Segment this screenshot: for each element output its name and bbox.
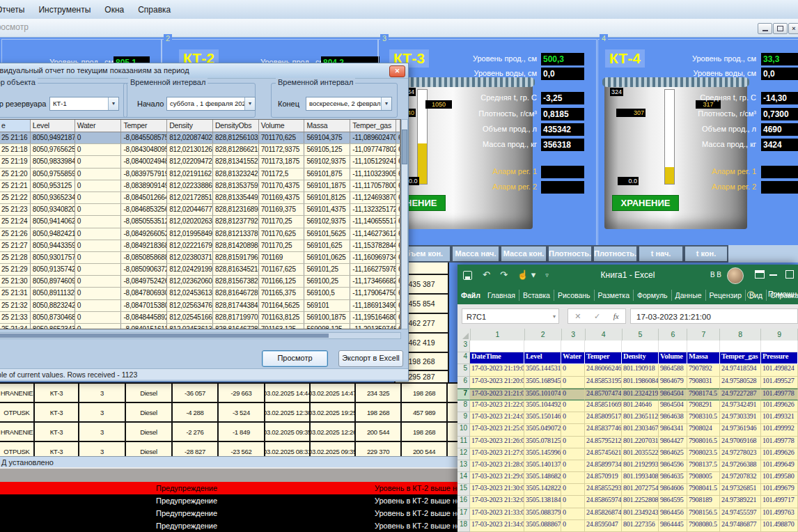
- spreadsheet-cell[interactable]: 801.2349243: [622, 508, 659, 520]
- spreadsheet-cell[interactable]: 24.85809517: [585, 412, 622, 424]
- report-table-row[interactable]: 25 21:328050,882324218...0-8,08470153808…: [0, 300, 400, 312]
- spreadsheet-cell[interactable]: 3505.049072: [524, 424, 561, 436]
- report-data-table[interactable]: eLevelWaterTemperDensityDensityObsVolume…: [0, 119, 401, 329]
- spreadsheet-cell[interactable]: 0: [561, 484, 585, 496]
- spreadsheet-cell[interactable]: 24.97361946: [720, 424, 761, 436]
- report-table-row[interactable]: 25 21:308050,89746093750-8,08497524261..…: [0, 276, 400, 288]
- alarm-row[interactable]: ПредупреждениеУровень в КТ-2 выше нор: [0, 507, 461, 519]
- spreadsheet-cell[interactable]: 101.499321: [761, 412, 798, 424]
- spreadsheet-cell[interactable]: 3505.168945: [524, 377, 561, 389]
- report-table-row[interactable]: 25 21:188050,97656250-8,08430480957...81…: [0, 144, 400, 156]
- spreadsheet-cell[interactable]: 801.24646: [622, 400, 659, 412]
- tab-разметка[interactable]: Разметка: [595, 290, 634, 301]
- spreadsheet-cell[interactable]: 17-03-2023 21:25:00: [470, 424, 524, 436]
- menu-item-справка[interactable]: Справка: [131, 1, 178, 19]
- report-table-row[interactable]: 25 21:268050,94824218750-8,08492660522..…: [0, 228, 400, 240]
- spreadsheet-cell[interactable]: 9864595: [659, 496, 687, 508]
- spreadsheet-cell[interactable]: 0: [561, 472, 585, 484]
- scrollbar-thumb[interactable]: [402, 130, 407, 164]
- tab-рецензир[interactable]: Рецензир: [706, 290, 746, 301]
- spreadsheet-cell[interactable]: 801.1986084: [622, 377, 659, 389]
- spreadsheet-cell[interactable]: [761, 341, 798, 352]
- row-number[interactable]: 4: [457, 352, 470, 364]
- formula-input[interactable]: 17-03-2023 21:21:00: [630, 308, 798, 324]
- tab-формуль[interactable]: Формуль: [634, 290, 672, 301]
- spreadsheet-cell[interactable]: 7908137.5: [687, 460, 720, 472]
- spreadsheet-cell[interactable]: 7908189: [687, 496, 720, 508]
- spreadsheet-cell[interactable]: 24.97303391: [720, 412, 761, 424]
- spreadsheet-cell[interactable]: 0: [561, 412, 585, 424]
- spreadsheet-cell[interactable]: 101.499824: [761, 364, 798, 376]
- column-header-5[interactable]: 5: [623, 329, 659, 341]
- spreadsheet-row[interactable]: 817-03-2023 21:22:003505.104492024.85851…: [457, 400, 798, 412]
- spreadsheet-cell[interactable]: 0: [561, 437, 585, 448]
- menu-item-инструменты[interactable]: Инструменты: [31, 1, 97, 19]
- spreadsheet-cell[interactable]: 801.2252808: [622, 496, 659, 508]
- report-column-header[interactable]: e: [0, 120, 31, 132]
- spreadsheet-cell[interactable]: 801.2035522: [622, 448, 659, 460]
- spreadsheet-cell[interactable]: 9864504: [659, 400, 687, 412]
- check-icon[interactable]: ✓: [594, 312, 600, 321]
- row-number[interactable]: 13: [457, 460, 470, 472]
- spreadsheet-cell[interactable]: 801.2207031: [622, 437, 659, 448]
- spreadsheet-cell[interactable]: 0: [561, 400, 585, 412]
- spreadsheet-cell[interactable]: 24.85855293: [585, 484, 622, 496]
- spreadsheet-cell[interactable]: 101.499778: [761, 437, 798, 448]
- spreadsheet-cell[interactable]: 3505.148682: [524, 472, 561, 484]
- spreadsheet-cell[interactable]: 101.499649: [761, 460, 798, 472]
- menu-item-отчеты[interactable]: Отчеты: [0, 1, 31, 19]
- report-table-row[interactable]: 25 21:318050,891113281...0-8,08478069305…: [0, 288, 400, 299]
- spreadsheet-row[interactable]: 1417-03-2023 21:29:003505.148682024.8570…: [457, 472, 798, 484]
- spreadsheet-cell[interactable]: 9864606: [659, 484, 687, 496]
- spreadsheet-cell[interactable]: 17-03-2023 21:24:00: [470, 412, 524, 424]
- preview-button[interactable]: Просмотр: [262, 350, 328, 367]
- report-column-header[interactable]: Temper: [121, 120, 167, 132]
- cancel-icon[interactable]: ✕: [574, 312, 581, 321]
- spreadsheet-cell[interactable]: [524, 341, 561, 352]
- spreadsheet-cell[interactable]: 101.499527: [761, 377, 798, 389]
- name-box[interactable]: R7C1 ▾: [462, 308, 559, 324]
- spreadsheet-grid[interactable]: 34DateTimeLevelWaterTemperDensityVolumeM…: [457, 341, 798, 532]
- toolbar-item-preview[interactable]: Просмотр: [0, 22, 29, 32]
- spreadsheet-cell[interactable]: [585, 341, 622, 352]
- row-number[interactable]: 9: [457, 412, 470, 424]
- spreadsheet-cell[interactable]: 3505.144531: [524, 364, 561, 376]
- spreadsheet-cell[interactable]: 9864427: [659, 437, 687, 448]
- spreadsheet-row[interactable]: 917-03-2023 21:24:003505.150146024.85809…: [457, 412, 798, 424]
- report-column-header[interactable]: Density: [167, 120, 213, 132]
- spreadsheet-cell[interactable]: [622, 341, 659, 352]
- export-excel-button[interactable]: Экспорт в Excell: [338, 350, 403, 367]
- spreadsheet-cell[interactable]: Pressure: [761, 352, 798, 364]
- row-number[interactable]: 11: [457, 437, 470, 448]
- row-number[interactable]: 10: [457, 424, 470, 436]
- spreadsheet-cell[interactable]: 24.97278023: [720, 448, 761, 460]
- end-date-select[interactable]: воскресенье, 2 февраля 2025 г ▾: [306, 97, 392, 111]
- spreadsheet-cell[interactable]: 24.97266388: [720, 460, 761, 472]
- spreadsheet-cell[interactable]: 101.499763: [761, 508, 798, 520]
- spreadsheet-cell[interactable]: 801.1993408: [622, 472, 659, 484]
- menu-item-окна[interactable]: Окна: [97, 1, 131, 19]
- spreadsheet-cell[interactable]: 17-03-2023 21:34:00: [470, 520, 524, 532]
- column-header-3[interactable]: 3: [562, 329, 586, 341]
- report-table-row[interactable]: 25 21:238050,934082031...0-8,08468532562…: [0, 204, 400, 216]
- spreadsheet-cell[interactable]: 101.499717: [761, 496, 798, 508]
- spreadsheet-cell[interactable]: 0: [561, 520, 585, 532]
- column-header-1[interactable]: 1: [471, 329, 525, 341]
- report-table-row[interactable]: 25 21:168050,949218750-8,08455085754...8…: [0, 132, 400, 144]
- spreadsheet-cell[interactable]: 7908291: [687, 400, 720, 412]
- row-number[interactable]: 14: [457, 472, 470, 484]
- spreadsheet-cell[interactable]: 0: [561, 364, 585, 376]
- row-number[interactable]: 16: [457, 496, 470, 508]
- spreadsheet-cell[interactable]: 7908080.5: [687, 520, 720, 532]
- spreadsheet-cell[interactable]: [659, 341, 687, 352]
- column-header-4[interactable]: 4: [586, 329, 623, 341]
- tab-главная[interactable]: Главная: [484, 290, 519, 301]
- spreadsheet-cell[interactable]: 801.190918: [622, 364, 659, 376]
- spreadsheet-cell[interactable]: 7908023.5: [687, 448, 720, 460]
- spreadsheet-cell[interactable]: 9864625: [659, 448, 687, 460]
- spreadsheet-cell[interactable]: [687, 341, 720, 352]
- spreadsheet-cell[interactable]: 9864588: [659, 364, 687, 376]
- spreadsheet-cell[interactable]: 101.499580: [761, 472, 798, 484]
- fx-icon[interactable]: fx: [613, 312, 619, 320]
- spreadsheet-cell[interactable]: 101.498870: [761, 520, 798, 532]
